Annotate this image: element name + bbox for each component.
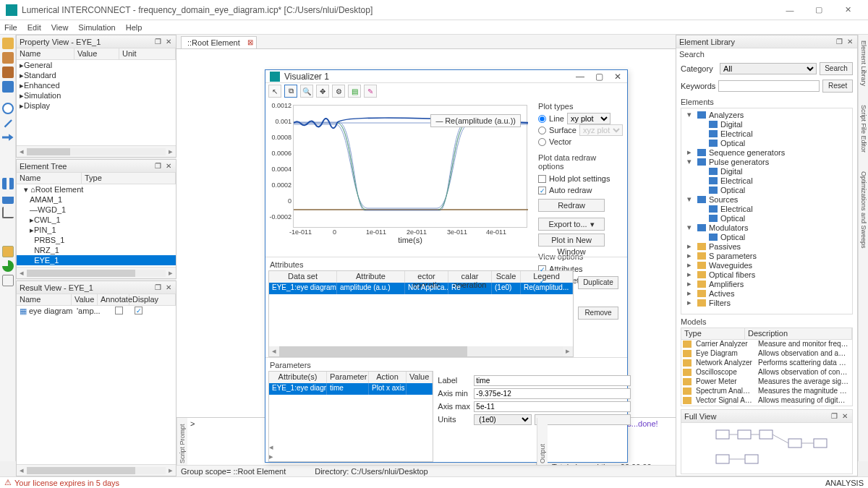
lib-tree-node[interactable]: Optical (683, 185, 851, 194)
attr-row[interactable]: EYE_1:eye diagram amplitude (a.u.) Not A… (269, 283, 573, 294)
lib-tree-node[interactable]: ▾ Modulators (683, 223, 851, 232)
lib-tree-node[interactable]: Digital (683, 166, 851, 176)
lib-tree-node[interactable]: ▸ S parameters (683, 251, 851, 260)
arrow-right-icon[interactable] (2, 132, 14, 143)
model-row[interactable]: Eye DiagramAllows observation and analys… (681, 349, 852, 359)
line-type-dropdown[interactable]: xy plot (567, 113, 610, 124)
zoom-icon[interactable]: 🔍 (300, 85, 313, 98)
pencil-icon[interactable]: ✎ (364, 85, 377, 98)
col-annotate[interactable]: Annotate (98, 294, 129, 305)
tree-node[interactable]: — WGD_1 (17, 205, 176, 215)
pan-icon[interactable]: ✥ (316, 85, 329, 98)
play-left-icon[interactable] (2, 246, 14, 257)
col-value[interactable]: Value (407, 372, 433, 383)
lib-tree-node[interactable]: ▸ Filters (683, 298, 851, 307)
tab-close-icon[interactable]: ⊠ (247, 38, 253, 46)
minimize-icon[interactable]: — (575, 72, 585, 82)
hscrollbar[interactable]: ◂▸ (17, 145, 176, 157)
tab-element-library[interactable]: Element Library (860, 40, 867, 86)
prop-row[interactable]: ▸ Enhanced (17, 80, 176, 90)
tree-node[interactable]: AM AM_1 (17, 194, 176, 205)
tree-node[interactable]: ▸ CWL_1 (17, 215, 176, 225)
tool-icon[interactable] (2, 52, 14, 64)
radio-line[interactable]: Linexy plot (538, 113, 623, 124)
col-name[interactable]: Name (17, 48, 75, 59)
tab-script-editor[interactable]: Script File Editor (860, 105, 867, 153)
model-row[interactable]: OscilloscopeAllows observation of consta… (681, 368, 852, 377)
prop-row[interactable]: ▸ Standard (17, 70, 176, 80)
minimize-icon[interactable]: — (775, 0, 804, 20)
menu-edit[interactable]: Edit (27, 23, 41, 32)
prop-row[interactable]: ▸ Display (17, 100, 176, 111)
col-value[interactable]: Value (75, 48, 119, 59)
col-display[interactable]: Display (129, 294, 176, 305)
tree-node[interactable]: ▾ ⌂ Root Element (17, 184, 176, 194)
result-row[interactable]: ▦ eye diagram 'amp... (17, 306, 176, 316)
col-value[interactable]: Value (72, 294, 98, 305)
element-tree[interactable]: ▾ AnalyzersDigitalElectricalOptical▸ Seq… (681, 108, 853, 314)
hscrollbar[interactable]: ◂▸ (269, 346, 573, 356)
undock-icon[interactable]: ❐ (153, 283, 162, 292)
hscrollbar[interactable]: ◂▸ (17, 267, 176, 278)
model-row[interactable]: Power MeterMeasures the average signal p… (681, 377, 852, 387)
close-icon[interactable]: ✕ (164, 283, 173, 292)
tree-node[interactable]: NRZ_1 (17, 245, 176, 255)
lib-tree-node[interactable]: ▾ Pulse generators (683, 157, 851, 166)
reset-button[interactable]: Reset (822, 80, 853, 93)
model-row[interactable]: Carrier AnalyzerMeasure and monitor freq… (681, 340, 852, 349)
close-icon[interactable]: ✕ (846, 38, 854, 46)
category-dropdown[interactable]: All (720, 63, 817, 74)
lib-tree-node[interactable]: Electrical (683, 204, 851, 213)
model-row[interactable]: Vector Signal AnalyzerAllows measuring o… (681, 396, 852, 406)
lib-tree-node[interactable]: ▾ Analyzers (683, 110, 851, 119)
col-description[interactable]: Description (745, 328, 852, 339)
axis-min-input[interactable] (474, 388, 631, 399)
maximize-icon[interactable]: ▢ (804, 0, 833, 20)
lib-tree-node[interactable]: Optical (683, 138, 851, 147)
radio-vector[interactable]: Vector (538, 136, 623, 147)
tool-icon[interactable] (2, 67, 14, 78)
prop-row[interactable]: ▸ Simulation (17, 90, 176, 100)
axes-icon[interactable] (2, 207, 14, 218)
arrow-icon[interactable] (2, 117, 14, 129)
axis-max-input[interactable] (474, 401, 631, 412)
prop-row[interactable]: ▸ General (17, 60, 176, 70)
remove-button[interactable]: Remove (578, 307, 618, 320)
col-type[interactable]: Type (681, 328, 745, 339)
col-unit[interactable]: Unit (119, 48, 176, 59)
redraw-button[interactable]: Redraw (538, 199, 605, 212)
tree-node-selected[interactable]: EYE_1 (17, 255, 176, 265)
lib-tree-node[interactable]: Digital (683, 119, 851, 129)
col-dataset[interactable]: Data set (269, 271, 337, 283)
col-type[interactable]: Type (82, 173, 176, 184)
undock-icon[interactable]: ❐ (153, 38, 162, 46)
menu-simulation[interactable]: Simulation (78, 23, 115, 32)
close-icon[interactable]: ✕ (833, 0, 862, 20)
annotate-checkbox[interactable] (115, 307, 123, 314)
model-row[interactable]: Network AnalyzerPerforms scattering data… (681, 359, 852, 368)
col-vector-op[interactable]: ector operatic (405, 271, 448, 283)
new-window-button[interactable]: Plot in New Window (538, 234, 605, 247)
lib-tree-node[interactable]: ▾ Sources (683, 194, 851, 204)
close-icon[interactable]: ✕ (164, 162, 173, 171)
lib-tree-node[interactable]: Optical (683, 213, 851, 223)
lib-tree-node[interactable]: ▸ Passives (683, 241, 851, 251)
menu-help[interactable]: Help (126, 23, 142, 32)
palette-icon[interactable]: ▤ (348, 85, 361, 98)
lib-tree-node[interactable]: Optical (683, 232, 851, 241)
close-icon[interactable]: ✕ (164, 38, 173, 46)
close-icon[interactable]: ✕ (613, 72, 623, 82)
tab-root-element[interactable]: ::Root Element⊠ (181, 36, 257, 48)
tree-node[interactable]: ▸ PIN_1 (17, 225, 176, 235)
col-attribute[interactable]: Attribute (337, 271, 405, 283)
undock-icon[interactable]: ❐ (153, 162, 162, 171)
auto-redraw-checkbox[interactable]: Auto redraw (538, 184, 623, 196)
display-checkbox[interactable] (135, 307, 142, 314)
label-input[interactable] (474, 375, 631, 386)
hscrollbar[interactable]: ◂▸ (17, 464, 176, 476)
tool-icon[interactable] (2, 38, 14, 49)
menu-file[interactable]: File (4, 23, 17, 32)
circle-icon[interactable] (2, 103, 14, 114)
script-prompt-input[interactable]: > (187, 418, 536, 465)
lib-tree-node[interactable]: ▸ Amplifiers (683, 279, 851, 288)
